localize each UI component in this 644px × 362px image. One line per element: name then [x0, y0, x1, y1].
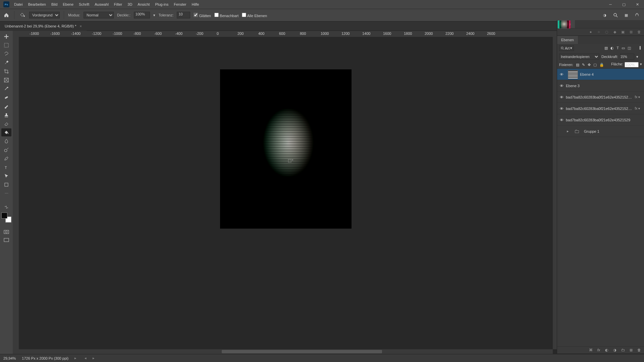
- doc-info[interactable]: 1726 Px x 2000 Px (300 ppi): [22, 356, 68, 360]
- eyedropper-tool[interactable]: [1, 85, 11, 93]
- dodge-tool[interactable]: [1, 146, 11, 154]
- new-layer-icon[interactable]: ⊞: [629, 348, 633, 352]
- fill-flyout[interactable]: ▾: [640, 62, 642, 67]
- status-next[interactable]: ▸: [93, 356, 95, 360]
- shape-tool[interactable]: [1, 181, 11, 189]
- zoom-level[interactable]: 29,94%: [3, 356, 16, 360]
- layer-name[interactable]: Ebene 3: [566, 84, 641, 88]
- layer-opacity-field[interactable]: [620, 54, 634, 60]
- crop-tool[interactable]: [1, 67, 11, 75]
- filter-toggle[interactable]: ⏽: [638, 46, 642, 50]
- blend-mode-select[interactable]: Normal: [84, 12, 114, 18]
- new-path-icon[interactable]: ⊞: [629, 30, 633, 34]
- tolerance-field[interactable]: 10: [177, 12, 190, 18]
- menu-bearbeiten[interactable]: Bearbeiten: [25, 0, 49, 9]
- opacity-field[interactable]: 100%: [134, 12, 150, 18]
- layer-row[interactable]: ▸🗀Gruppe 1: [557, 126, 644, 137]
- marquee-tool[interactable]: [1, 41, 11, 49]
- delete-layer-icon[interactable]: 🗑: [637, 348, 641, 352]
- cloud-icon[interactable]: ◑: [602, 12, 608, 18]
- layer-mask-icon[interactable]: ◐: [604, 348, 609, 352]
- lock-pixels-icon[interactable]: ▨: [576, 63, 579, 67]
- path-stroke-icon[interactable]: ○: [596, 30, 601, 34]
- ruler-vertical[interactable]: [13, 37, 19, 354]
- layer-list[interactable]: 👁Ebene 4👁Ebene 3👁bad7ba82c60283ba0f21e62…: [557, 69, 644, 346]
- brush-tool[interactable]: [1, 102, 11, 110]
- pen-tool[interactable]: [1, 155, 11, 163]
- layer-name[interactable]: Ebene 4: [580, 72, 641, 76]
- heal-tool[interactable]: [1, 94, 11, 102]
- layer-fx-icon[interactable]: fx: [596, 348, 601, 352]
- document-tab[interactable]: Unbenannt-2 bei 29,9% (Ebene 4, RGB/8) *…: [0, 21, 87, 31]
- scrollbar-horizontal[interactable]: [19, 349, 553, 354]
- layer-row[interactable]: 👁bad7ba82c60283ba0f21e62e43521529: [557, 114, 644, 126]
- window-close[interactable]: ✕: [631, 0, 644, 9]
- delete-path-icon[interactable]: 🗑: [637, 30, 641, 34]
- layer-blend-select[interactable]: Ineinanderkopieren: [559, 54, 599, 60]
- window-maximize[interactable]: ▢: [617, 0, 631, 9]
- layer-row[interactable]: 👁Ebene 4: [557, 69, 644, 80]
- layer-filter-kind[interactable]: Art ▾: [559, 45, 574, 51]
- link-layers-icon[interactable]: ⌘: [588, 348, 593, 352]
- quickmask-toggle[interactable]: [2, 229, 11, 235]
- layer-row[interactable]: 👁bad7ba82c60283ba0f21e62e43521529 Kopie …: [557, 92, 644, 103]
- path-mask-icon[interactable]: ▣: [621, 30, 625, 34]
- menu-plugins[interactable]: Plug-ins: [152, 0, 171, 9]
- swap-colors[interactable]: [2, 204, 11, 210]
- search-icon[interactable]: [612, 12, 619, 18]
- scrollbar-thumb[interactable]: [222, 350, 382, 353]
- filter-smart-icon[interactable]: ◫: [628, 46, 631, 50]
- lock-position-icon[interactable]: ✥: [588, 63, 591, 67]
- visibility-toggle[interactable]: 👁: [557, 107, 566, 111]
- ruler-horizontal[interactable]: -2000-1800-1600-1400-1200-1000-800-600-4…: [19, 31, 557, 37]
- layer-name[interactable]: bad7ba82c60283ba0f21e62e43521529 Kopie 3: [566, 107, 633, 111]
- close-tab-icon[interactable]: ×: [79, 21, 82, 31]
- fill-field[interactable]: [625, 62, 639, 67]
- artboard[interactable]: [220, 70, 351, 228]
- screenmode-toggle[interactable]: [2, 237, 11, 243]
- path-selection-icon[interactable]: ◌: [604, 30, 609, 34]
- wand-tool[interactable]: [1, 59, 11, 67]
- visibility-toggle[interactable]: 👁: [557, 72, 566, 76]
- frame-tool[interactable]: [1, 76, 11, 84]
- adjustment-layer-icon[interactable]: ◑: [612, 348, 617, 352]
- menu-hilfe[interactable]: Hilfe: [189, 0, 202, 9]
- layer-row[interactable]: 👁Ebene 3: [557, 80, 644, 92]
- foreground-background-colors[interactable]: [1, 213, 11, 223]
- opacity-flyout[interactable]: ▾: [153, 13, 155, 17]
- tab-layers[interactable]: Ebenen: [557, 36, 578, 44]
- more-tools[interactable]: ⋯: [1, 189, 11, 197]
- antialias-checkbox[interactable]: Glätten: [194, 13, 211, 18]
- layer-fx-badge[interactable]: fx ▾: [633, 107, 641, 110]
- share-icon[interactable]: [634, 12, 640, 18]
- scrollbar-vertical[interactable]: [553, 37, 557, 349]
- move-tool[interactable]: [1, 33, 11, 41]
- layer-name[interactable]: Gruppe 1: [584, 129, 641, 133]
- menu-auswahl[interactable]: Auswahl: [92, 0, 111, 9]
- path-fill-icon[interactable]: ●: [588, 30, 593, 34]
- tool-icon-bucket[interactable]: [18, 11, 26, 19]
- home-button[interactable]: [3, 11, 10, 19]
- menu-3d[interactable]: 3D: [125, 0, 135, 9]
- alllayers-checkbox[interactable]: Alle Ebenen: [242, 13, 267, 18]
- layer-fx-badge[interactable]: fx ▾: [633, 95, 641, 99]
- bucket-tool[interactable]: [1, 128, 11, 136]
- workspace-icon[interactable]: ▦: [623, 12, 629, 18]
- visibility-toggle[interactable]: 👁: [557, 118, 566, 122]
- visibility-toggle[interactable]: 👁: [557, 95, 566, 99]
- filter-type-icon[interactable]: T: [616, 46, 619, 50]
- group-expand-icon[interactable]: ▸: [566, 129, 570, 133]
- menu-schrift[interactable]: Schrift: [76, 0, 92, 9]
- menu-datei[interactable]: Datei: [11, 0, 25, 9]
- doc-info-flyout[interactable]: ▸: [74, 356, 76, 360]
- lasso-tool[interactable]: [1, 50, 11, 58]
- layer-thumbnail[interactable]: [568, 70, 578, 79]
- layer-name[interactable]: bad7ba82c60283ba0f21e62e43521529 Kopie 4: [566, 95, 633, 99]
- filter-pixel-icon[interactable]: ▧: [604, 46, 608, 50]
- stamp-tool[interactable]: [1, 111, 11, 119]
- window-minimize[interactable]: ─: [604, 0, 617, 9]
- fill-source-select[interactable]: Vordergrund: [29, 12, 60, 18]
- menu-filter[interactable]: Filter: [111, 0, 125, 9]
- menu-bild[interactable]: Bild: [49, 0, 60, 9]
- menu-ebene[interactable]: Ebene: [60, 0, 76, 9]
